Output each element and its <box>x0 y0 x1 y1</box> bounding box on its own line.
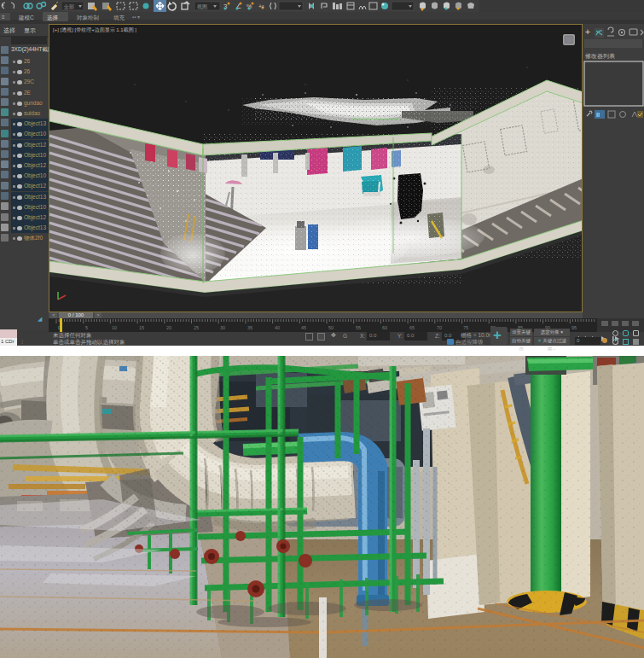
svg-text:60: 60 <box>382 325 387 330</box>
svg-text:50: 50 <box>328 325 334 330</box>
svg-text:+²: +² <box>258 3 264 9</box>
svg-text:75: 75 <box>463 325 468 330</box>
svg-text:55: 55 <box>356 325 361 330</box>
svg-text:II: II <box>596 112 600 118</box>
svg-text:视图: 视图 <box>197 3 207 10</box>
svg-text:30: 30 <box>220 325 225 330</box>
svg-text:建模C: 建模C <box>18 15 34 21</box>
svg-text:≡: ≡ <box>2 15 5 20</box>
svg-text:35: 35 <box>247 325 252 330</box>
svg-text:65: 65 <box>409 325 415 330</box>
svg-text:15: 15 <box>139 325 144 330</box>
svg-text:▪▪ ▾: ▪▪ ▾ <box>132 15 140 20</box>
svg-text:选择: 选择 <box>47 15 59 21</box>
svg-text:[+] [透视] [带纹理+边面显示 1.1截图 ]: [+] [透视] [带纹理+边面显示 1.1截图 ] <box>53 26 136 33</box>
svg-text:修改器列表: 修改器列表 <box>585 53 615 60</box>
svg-text:40: 40 <box>275 325 280 330</box>
svg-text:填充: 填充 <box>113 15 125 21</box>
svg-text:70: 70 <box>437 325 442 330</box>
svg-text:全部: 全部 <box>63 3 74 10</box>
svg-text:对象绘制: 对象绘制 <box>76 15 99 20</box>
svg-text:10: 10 <box>112 325 117 330</box>
svg-text:20: 20 <box>166 325 171 330</box>
svg-text:5: 5 <box>85 325 88 330</box>
svg-text:45: 45 <box>301 325 306 330</box>
svg-text:25: 25 <box>194 325 199 330</box>
svg-text:+: + <box>585 27 590 37</box>
